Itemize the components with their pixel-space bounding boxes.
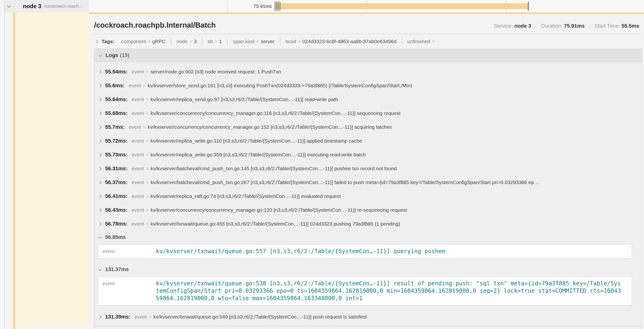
log-message: kv/kvserver/replica_send.go:97 [n3,s3,r6… xyxy=(151,96,338,102)
log-row-expanded-header[interactable]: 56.85ms xyxy=(94,231,642,244)
span-end-log-tick xyxy=(528,2,529,11)
chevron-right-icon[interactable] xyxy=(98,84,102,88)
log-field-key: event xyxy=(132,96,144,102)
timeline-gridline xyxy=(228,0,228,12)
log-message: kv/kvserver/replica_write.go:110 [n3,s3,… xyxy=(151,138,362,144)
span-name-cell[interactable]: node 3 /cockroach.roach… xyxy=(5,0,89,12)
span-operation-name: /cockroach.roach… xyxy=(44,4,83,9)
span-row[interactable]: node 3 /cockroach.roach… 75.91ms xyxy=(0,0,644,12)
log-field-value: kv/kvserver/txnwait/queue.go:557 [n3,s3,… xyxy=(156,248,623,255)
log-timestamp: 55.68ms: xyxy=(105,110,128,116)
log-row-expanded: 56.85ms event kv/kvserver/txnwait/queue.… xyxy=(94,231,642,259)
log-field-row: event kv/kvserver/txnwait/queue.go:538 [… xyxy=(102,280,627,302)
chevron-down-icon[interactable] xyxy=(98,54,102,58)
log-row[interactable]: 56.37ms: event = kv/kvserver/batcheval/c… xyxy=(94,176,642,189)
log-tick xyxy=(278,2,278,11)
log-message: server/node.go:902 [n3] node received re… xyxy=(151,69,281,74)
log-equals: = xyxy=(143,124,146,130)
chevron-right-icon[interactable] xyxy=(98,194,102,198)
log-field-key: event xyxy=(132,110,144,116)
log-row[interactable]: 55.64ms: event = kv/kvserver/replica_sen… xyxy=(94,92,642,106)
tag-pill: sb=1 xyxy=(202,38,228,45)
log-message: kv/kvserver/txnwait/queue.go:455 [n3,s3,… xyxy=(151,221,400,227)
log-equals: = xyxy=(146,193,149,199)
log-field-key: event xyxy=(102,248,156,255)
log-row[interactable]: 55.72ms: event = kv/kvserver/replica_wri… xyxy=(94,134,642,148)
span-meta: Service: node 3Duration: 75.91msStart Ti… xyxy=(494,23,641,29)
logs-header[interactable]: Logs (15) xyxy=(94,49,642,62)
log-equals: = xyxy=(146,221,149,227)
chevron-right-icon[interactable] xyxy=(94,40,99,44)
log-field-key: event xyxy=(132,193,144,199)
span-title: /cockroach.roachpb.Internal/Batch xyxy=(94,21,494,30)
log-equals: = xyxy=(146,69,149,74)
log-row[interactable]: 55.73ms: event = kv/kvserver/replica_wri… xyxy=(94,148,642,162)
log-equals: = xyxy=(146,207,149,213)
log-timestamp: 131.37ms xyxy=(105,266,129,272)
chevron-down-icon[interactable] xyxy=(7,4,11,8)
log-row[interactable]: 56.43ms: event = kv/kvserver/concurrency… xyxy=(94,203,642,217)
chevron-right-icon[interactable] xyxy=(98,153,102,157)
chevron-right-icon[interactable] xyxy=(98,180,102,184)
chevron-right-icon[interactable] xyxy=(98,111,102,116)
log-message: kv/kvserver/store_send.go:161 [n3,s3] ex… xyxy=(148,83,412,88)
log-field-key: event xyxy=(132,166,144,172)
tag-pill: component=gRPC xyxy=(116,38,171,45)
log-field-key: event xyxy=(129,83,141,88)
chevron-down-icon[interactable] xyxy=(98,268,102,272)
log-tick xyxy=(279,2,279,11)
log-message: kv/kvserver/txnwait/queue.go:549 [n3,s3,… xyxy=(154,314,366,320)
chevron-down-icon[interactable] xyxy=(98,235,102,239)
log-timestamp: 56.78ms: xyxy=(105,221,128,227)
log-tick xyxy=(274,2,275,11)
span-meta-item: Start Time: 55.5ms xyxy=(590,23,639,29)
tags-label: Tags: xyxy=(102,38,114,44)
log-equals: = xyxy=(146,96,149,102)
log-row[interactable]: 55.6ms: event = kv/kvserver/store_send.g… xyxy=(94,79,642,92)
log-row[interactable]: 55.68ms: event = kv/kvserver/concurrency… xyxy=(94,106,642,120)
log-timestamp: 55.73ms: xyxy=(105,152,128,158)
span-service-name: node 3 xyxy=(23,3,41,10)
chevron-right-icon[interactable] xyxy=(98,167,102,171)
log-tick xyxy=(276,2,276,11)
log-row-expanded-header[interactable]: 131.37ms xyxy=(94,263,642,276)
log-equals: = xyxy=(146,110,149,116)
log-field-key: event xyxy=(132,180,144,185)
tag-pill: txnid=024d3323-6c8f-4863-aa8b-37ab0e6349… xyxy=(280,38,402,45)
log-equals: = xyxy=(146,180,149,185)
chevron-right-icon[interactable] xyxy=(98,315,102,319)
logs-title: Logs xyxy=(106,52,118,58)
tag-pill: unfinished= xyxy=(402,38,442,45)
log-timestamp: 56.41ms: xyxy=(105,193,128,199)
chevron-right-icon[interactable] xyxy=(98,222,102,226)
tags-list: component=gRPCnode=3sb=1span.kind=server… xyxy=(116,38,442,45)
log-timestamp: 131.39ms: xyxy=(105,314,130,320)
chevron-right-icon[interactable] xyxy=(98,98,102,102)
span-timeline-cell[interactable]: 75.91ms xyxy=(89,0,644,12)
tags-toggle[interactable]: Tags: component=gRPCnode=3sb=1span.kind=… xyxy=(94,34,641,48)
log-message: kv/kvserver/batcheval/cmd_push_txn.go:26… xyxy=(151,180,539,185)
log-row[interactable]: 56.41ms: event = kv/kvserver/replica_raf… xyxy=(94,189,642,203)
log-row[interactable]: 55.7ms: event = kv/kvserver/concurrency/… xyxy=(94,120,642,134)
span-bar[interactable] xyxy=(275,3,528,9)
log-row[interactable]: 56.31ms: event = kv/kvserver/batcheval/c… xyxy=(94,162,642,176)
chevron-right-icon[interactable] xyxy=(98,208,102,212)
log-row[interactable]: 131.39ms: event = kv/kvserver/txnwait/qu… xyxy=(94,310,642,324)
chevron-right-icon[interactable] xyxy=(98,125,102,129)
chevron-right-icon[interactable] xyxy=(98,70,102,74)
log-timestamp: 55.64ms: xyxy=(105,96,128,102)
chevron-right-icon[interactable] xyxy=(98,139,102,143)
log-row[interactable]: 55.54ms: event = server/node.go:902 [n3]… xyxy=(94,65,642,79)
log-field-key: event xyxy=(129,124,141,130)
log-tick xyxy=(280,2,280,11)
log-timestamp: 55.72ms: xyxy=(105,138,128,144)
logs-footer-note: Log timestamps are relative to the start… xyxy=(94,326,642,329)
log-timestamp: 55.7ms: xyxy=(105,124,125,130)
selected-span-column-highlight xyxy=(15,12,89,326)
log-field-key: event xyxy=(134,314,146,320)
span-detail-header: /cockroach.roachpb.Internal/Batch Servic… xyxy=(89,14,644,48)
log-row[interactable]: 56.78ms: event = kv/kvserver/txnwait/que… xyxy=(94,217,642,231)
log-field-key: event xyxy=(102,280,156,302)
log-field-value: kv/kvserver/txnwait/queue.go:538 [n3,s3,… xyxy=(156,280,623,302)
log-timestamp: 55.6ms: xyxy=(105,82,125,89)
